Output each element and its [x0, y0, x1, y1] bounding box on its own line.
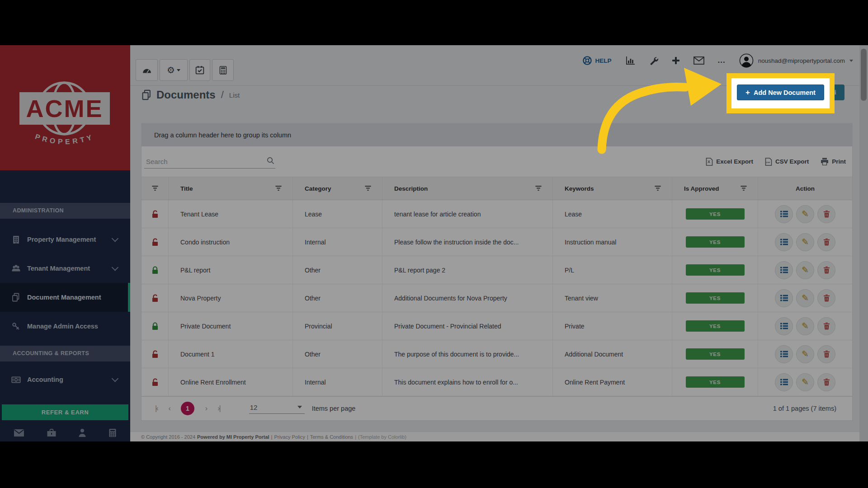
sidebar-item-tenant-management[interactable]: Tenant Management: [0, 254, 130, 283]
table-row[interactable]: Private Document Provincial Private Docu…: [142, 312, 852, 340]
add-new-document-button[interactable]: + Add New Document: [737, 84, 824, 100]
details-button[interactable]: [775, 373, 793, 391]
filter-icon[interactable]: [655, 185, 661, 192]
table-row[interactable]: Condo instruction Internal Please follow…: [142, 228, 852, 256]
table-row[interactable]: Document 1 Other The purpose of this doc…: [142, 340, 852, 368]
terms-link[interactable]: Terms & Conditions: [310, 434, 353, 440]
pencil-icon: ✎: [802, 322, 809, 330]
lock-cell: [142, 368, 169, 396]
more-menu-button[interactable]: ...: [718, 58, 726, 63]
category-cell: Lease: [293, 200, 382, 228]
approved-badge: YES: [686, 320, 745, 332]
page-title: Documents: [156, 89, 216, 101]
sidebar-item-property-management[interactable]: Property Management: [0, 225, 130, 254]
user-email: noushad@mipropertyportal.com: [758, 57, 845, 64]
approved-cell: YES: [672, 340, 758, 368]
calculator-button[interactable]: [212, 59, 234, 81]
header-is-approved: Is Approved: [672, 177, 758, 200]
filter-icon[interactable]: [365, 185, 371, 192]
pagination-bar: |‹ ‹ 1 › ›| 12 Items per page 1 of 1 pag…: [142, 396, 852, 420]
delete-button[interactable]: [817, 345, 835, 363]
user-menu[interactable]: noushad@mipropertyportal.com: [739, 53, 853, 68]
calculator-icon: [219, 66, 227, 75]
privacy-policy-link[interactable]: Privacy Policy: [274, 434, 305, 440]
table-row[interactable]: P&L report Other P&L report page 2 P/L Y…: [142, 256, 852, 284]
refer-earn-button[interactable]: REFER & EARN: [2, 404, 128, 420]
filter-icon[interactable]: [152, 185, 158, 192]
filter-icon[interactable]: [535, 185, 542, 192]
briefcase-icon[interactable]: [47, 428, 57, 437]
description-cell: This document explains how to enroll for…: [382, 368, 553, 396]
settings-menu-button[interactable]: ⚙: [160, 59, 188, 81]
details-button[interactable]: [775, 233, 793, 251]
logo-brand-text: ACME: [26, 95, 104, 122]
current-page-button[interactable]: 1: [181, 402, 194, 415]
envelope-icon[interactable]: [14, 429, 24, 437]
wrench-icon: [649, 56, 658, 66]
delete-button[interactable]: [817, 317, 835, 335]
delete-button[interactable]: [817, 373, 835, 391]
details-button[interactable]: [775, 261, 793, 279]
filter-icon[interactable]: [275, 185, 282, 192]
edit-button[interactable]: ✎: [796, 317, 814, 335]
keywords-cell: P/L: [553, 256, 672, 284]
edit-button[interactable]: ✎: [796, 261, 814, 279]
dashboard-button[interactable]: [136, 59, 158, 81]
csv-file-icon: csv: [765, 158, 772, 166]
quick-add-button[interactable]: [672, 56, 680, 65]
calendar-button[interactable]: [189, 59, 210, 81]
edit-button[interactable]: ✎: [796, 345, 814, 363]
edit-button[interactable]: ✎: [796, 289, 814, 307]
table-row[interactable]: Nova Property Other Additional Documents…: [142, 284, 852, 312]
table-body: Tenant Lease Lease tenant lease for arti…: [142, 200, 852, 396]
table-row[interactable]: Online Rent Enrollment Internal This doc…: [142, 368, 852, 396]
details-button[interactable]: [775, 345, 793, 363]
details-button[interactable]: [775, 289, 793, 307]
delete-button[interactable]: [817, 261, 835, 279]
edit-button[interactable]: ✎: [796, 233, 814, 251]
delete-button[interactable]: [817, 233, 835, 251]
help-button[interactable]: HELP: [582, 56, 612, 66]
last-page-button[interactable]: ›|: [217, 404, 220, 413]
next-page-button[interactable]: ›: [205, 404, 207, 413]
action-cell: ✎: [758, 228, 852, 256]
calculator-icon[interactable]: [108, 428, 117, 437]
approved-badge: YES: [686, 208, 745, 220]
edit-button[interactable]: ✎: [796, 373, 814, 391]
avatar: [739, 53, 754, 68]
export-buttons: X Excel Export csv CSV Export Print: [706, 146, 846, 177]
reports-chart-button[interactable]: [625, 56, 635, 66]
delete-button[interactable]: [817, 205, 835, 223]
details-button[interactable]: [775, 317, 793, 335]
person-icon[interactable]: [78, 428, 86, 437]
items-per-page-select[interactable]: 12: [249, 404, 305, 414]
trash-icon: [823, 322, 830, 330]
messages-button[interactable]: [693, 56, 704, 65]
sidebar-item-document-management[interactable]: Document Management: [0, 283, 130, 312]
header-title: Title: [169, 177, 293, 200]
speedometer-icon: [142, 67, 151, 73]
lock-cell: [142, 340, 169, 368]
filter-icon[interactable]: [741, 185, 747, 192]
money-icon: [10, 376, 22, 384]
prev-page-button[interactable]: ‹: [168, 404, 170, 413]
tools-button[interactable]: [649, 56, 658, 66]
scrollbar-thumb[interactable]: [861, 49, 867, 101]
csv-export-button[interactable]: csv CSV Export: [765, 158, 809, 166]
details-button[interactable]: [775, 205, 793, 223]
first-page-button[interactable]: |‹: [155, 404, 157, 413]
trash-icon: [823, 210, 830, 218]
sidebar-item-manage-admin-access[interactable]: Manage Admin Access: [0, 312, 130, 341]
excel-export-button[interactable]: X Excel Export: [706, 158, 753, 166]
unlocked-icon: [151, 238, 159, 247]
title-cell: Private Document: [169, 312, 293, 340]
delete-button[interactable]: [817, 289, 835, 307]
sidebar-item-accounting[interactable]: Accounting: [0, 365, 130, 394]
edit-button[interactable]: ✎: [796, 205, 814, 223]
table-row[interactable]: Tenant Lease Lease tenant lease for arti…: [142, 200, 852, 228]
lock-cell: [142, 200, 169, 228]
print-button[interactable]: Print: [821, 158, 846, 165]
printer-icon: [821, 158, 829, 165]
search-input[interactable]: [144, 155, 275, 169]
scrollbar-track[interactable]: [859, 45, 868, 441]
